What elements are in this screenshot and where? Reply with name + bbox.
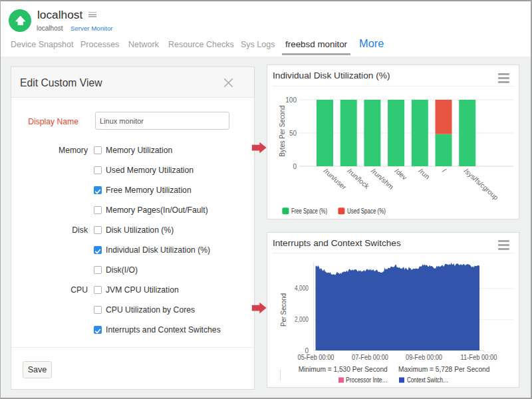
svg-text:/run: /run <box>417 167 432 181</box>
svg-text:/run/user: /run/user <box>323 167 348 192</box>
svg-text:Individual Disk Utilization (%: Individual Disk Utilization (%) <box>273 70 390 80</box>
svg-text:/sys/fs/cgroup: /sys/fs/cgroup <box>463 167 500 201</box>
svg-text:50: 50 <box>289 130 297 137</box>
svg-text:100: 100 <box>285 96 297 104</box>
svg-text:09-Feb 00:00: 09-Feb 00:00 <box>406 353 442 361</box>
svg-text:/: / <box>441 167 448 174</box>
svg-text:11-Feb 00:00: 11-Feb 00:00 <box>461 353 497 361</box>
svg-text:Context Switch…: Context Switch… <box>407 376 448 384</box>
svg-text:/run/shm: /run/shm <box>370 167 396 191</box>
svg-text:Free Space (%): Free Space (%) <box>291 207 327 215</box>
svg-text:Processor Inte…: Processor Inte… <box>346 376 388 384</box>
svg-text:/dev: /dev <box>394 167 409 182</box>
svg-text:Used Space (%): Used Space (%) <box>347 207 386 215</box>
svg-text:/run/lock: /run/lock <box>346 167 371 191</box>
svg-text:Interrupts and Context Switche: Interrupts and Context Switches <box>273 238 401 248</box>
svg-text:Bytes Per Second: Bytes Per Second <box>278 105 286 156</box>
svg-text:Minimum = 1,530 Per Second: Minimum = 1,530 Per Second <box>299 365 388 373</box>
svg-text:0: 0 <box>293 163 297 170</box>
svg-text:4,000: 4,000 <box>295 285 309 292</box>
svg-text:07-Feb 00:00: 07-Feb 00:00 <box>352 353 388 361</box>
svg-text:Maximum = 5,728 Per Second: Maximum = 5,728 Per Second <box>398 365 490 373</box>
svg-text:Per Second: Per Second <box>279 293 287 327</box>
svg-text:05-Feb 00:00: 05-Feb 00:00 <box>298 353 334 361</box>
svg-text:2,000: 2,000 <box>295 316 309 323</box>
